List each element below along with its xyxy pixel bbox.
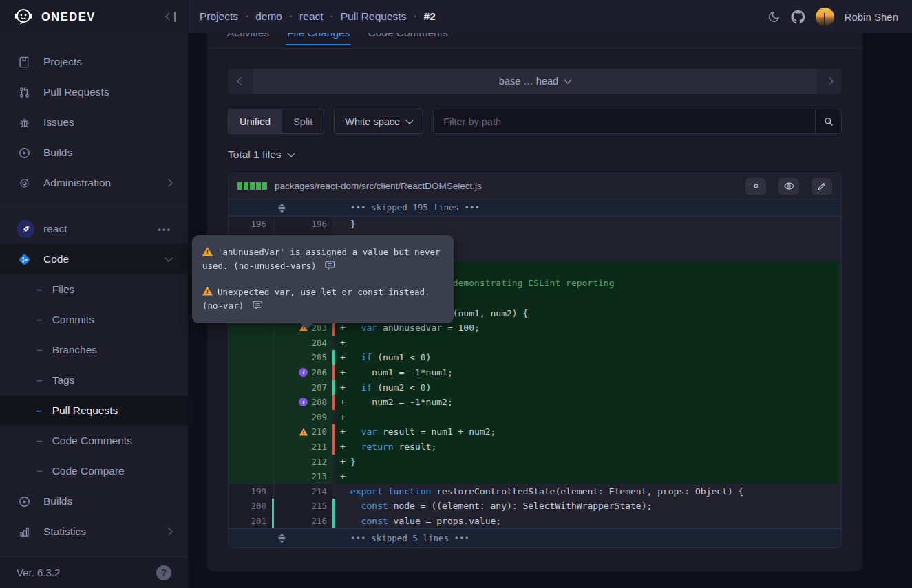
code-line[interactable]: +}: [335, 455, 841, 470]
code-line[interactable]: }: [335, 217, 841, 232]
breadcrumb-projects[interactable]: Projects: [200, 10, 238, 23]
collapse-bar-icon: [174, 12, 176, 22]
comment-bubble-icon[interactable]: [253, 301, 263, 310]
commit-option-button[interactable]: [745, 178, 766, 195]
breadcrumb-react[interactable]: react: [299, 10, 323, 23]
help-button[interactable]: ?: [156, 565, 171, 580]
app-title: ONEDEV: [41, 10, 96, 23]
code-token: value = props.value;: [388, 516, 501, 526]
expand-lines-button[interactable]: [229, 199, 335, 216]
sidebar-item-label: Builds: [43, 495, 171, 508]
diff-row: 210+ var result = num1 + num2;: [229, 424, 841, 439]
sidebar-item-branches[interactable]: –Branches: [0, 335, 188, 365]
code-token: }: [350, 457, 356, 467]
code-line[interactable]: + num2 = -1*num2;: [335, 395, 841, 410]
sidebar-item-code-comments[interactable]: –Code Comments: [0, 426, 188, 456]
file-path[interactable]: packages/react-dom/src/client/ReactDOMSe…: [275, 181, 733, 191]
code-line[interactable]: +: [335, 469, 841, 484]
tab-file-changes[interactable]: File Changes: [287, 33, 350, 48]
breadcrumb-demo[interactable]: demo: [255, 10, 282, 23]
new-line-number: 196: [274, 217, 332, 232]
diff-row: 201216 const value = props.value;: [229, 514, 841, 529]
sidebar-item-pull-requests[interactable]: Pull Requests: [0, 77, 188, 107]
unified-button[interactable]: Unified: [229, 109, 282, 133]
dark-mode-toggle-icon[interactable]: [767, 10, 781, 23]
sidebar-collapse-button[interactable]: [167, 12, 176, 22]
code-line[interactable]: + return result;: [335, 439, 841, 455]
dash-icon: –: [36, 283, 43, 296]
breadcrumb-pull-requests[interactable]: Pull Requests: [341, 10, 407, 23]
avatar[interactable]: [816, 8, 834, 26]
sidebar-item-builds[interactable]: Builds: [0, 486, 188, 516]
code-token: (num2 < 0): [372, 382, 431, 393]
code-token: [350, 382, 361, 393]
warning-icon[interactable]: [299, 428, 308, 436]
expand-lines-button[interactable]: [229, 529, 335, 547]
user-name[interactable]: Robin Shen: [845, 11, 898, 23]
breadcrumb-separator: •: [246, 13, 248, 20]
code-line[interactable]: +: [335, 410, 841, 425]
file-header: packages/react-dom/src/client/ReactDOMSe…: [229, 173, 841, 199]
info-icon[interactable]: i: [299, 398, 308, 406]
code-token: if: [361, 352, 372, 362]
old-line-number: [229, 439, 274, 455]
new-line-number: 205: [274, 350, 332, 365]
path-filter-input[interactable]: [434, 109, 815, 133]
base-head-selector[interactable]: base … head: [253, 69, 816, 94]
sidebar-item-commits[interactable]: –Commits: [0, 305, 188, 335]
onedev-logo-icon[interactable]: [14, 7, 33, 26]
code-token: [383, 486, 388, 497]
sidebar-item-label: Statistics: [43, 525, 154, 538]
whitespace-dropdown[interactable]: White space: [334, 109, 423, 134]
comment-bubble-icon[interactable]: [325, 261, 335, 270]
code-line[interactable]: + var result = num1 + num2;: [335, 424, 841, 439]
tab-label: File Changes: [287, 33, 350, 39]
warning-icon: [202, 247, 213, 256]
code-token: function: [388, 486, 432, 497]
diff-row: i208+ num2 = -1*num2;: [229, 395, 841, 410]
tab-code-comments[interactable]: Code Comments: [368, 33, 447, 48]
code-line[interactable]: const node = ((element: any): SelectWith…: [335, 499, 841, 514]
line-number-value: 209: [311, 410, 327, 425]
comment-range-bar: [272, 499, 275, 514]
code-line[interactable]: export function restoreControlledState(e…: [335, 484, 841, 499]
split-button[interactable]: Split: [282, 109, 324, 133]
code-line[interactable]: const value = props.value;: [335, 514, 841, 529]
more-icon[interactable]: •••: [158, 224, 171, 235]
edit-file-button[interactable]: [812, 178, 832, 195]
code-line[interactable]: + num1 = -1*num1;: [335, 365, 841, 380]
sidebar-item-statistics[interactable]: Statistics: [0, 516, 188, 547]
old-line-number: [229, 424, 274, 439]
diff-marker: +: [340, 410, 350, 425]
code-line[interactable]: +: [335, 336, 841, 351]
sidebar-item-tags[interactable]: –Tags: [0, 365, 188, 395]
tab-activities[interactable]: Activities: [227, 33, 269, 48]
lint-warnings-tooltip: 'anUnusedVar' is assigned a value but ne…: [192, 235, 454, 323]
next-commit-button[interactable]: [816, 69, 842, 94]
view-file-button[interactable]: [778, 178, 799, 195]
chevron-right-icon: [825, 77, 833, 85]
sidebar-item-projects[interactable]: Projects: [0, 47, 188, 77]
chevron-down-icon: [166, 258, 171, 261]
sidebar-item-code[interactable]: Code: [0, 244, 188, 274]
commit-range-bar: base … head: [228, 69, 842, 94]
book-icon: [17, 54, 32, 69]
sidebar-item-administration[interactable]: Administration: [0, 168, 188, 198]
total-files[interactable]: Total 1 files: [228, 149, 842, 161]
sidebar-item-code-compare[interactable]: –Code Compare: [0, 456, 188, 486]
sidebar-item-builds[interactable]: Builds: [0, 138, 188, 168]
sidebar-item-files[interactable]: –Files: [0, 274, 188, 305]
sidebar-project-react[interactable]: react •••: [0, 214, 188, 244]
github-icon[interactable]: [791, 10, 805, 24]
breadcrumb-separator: •: [290, 13, 292, 20]
sidebar-item-pull-requests[interactable]: –Pull Requests: [0, 395, 188, 426]
diff-marker: +: [340, 424, 350, 439]
code-line[interactable]: + if (num1 < 0): [335, 350, 841, 365]
sidebar-item-issues[interactable]: Issues: [0, 107, 188, 138]
search-button[interactable]: [815, 109, 841, 133]
info-icon[interactable]: i: [299, 368, 308, 377]
diff-row: 212+}: [229, 455, 841, 470]
code-line[interactable]: + if (num2 < 0): [335, 380, 841, 395]
total-files-label: Total 1 files: [228, 149, 282, 161]
prev-commit-button[interactable]: [228, 69, 253, 94]
